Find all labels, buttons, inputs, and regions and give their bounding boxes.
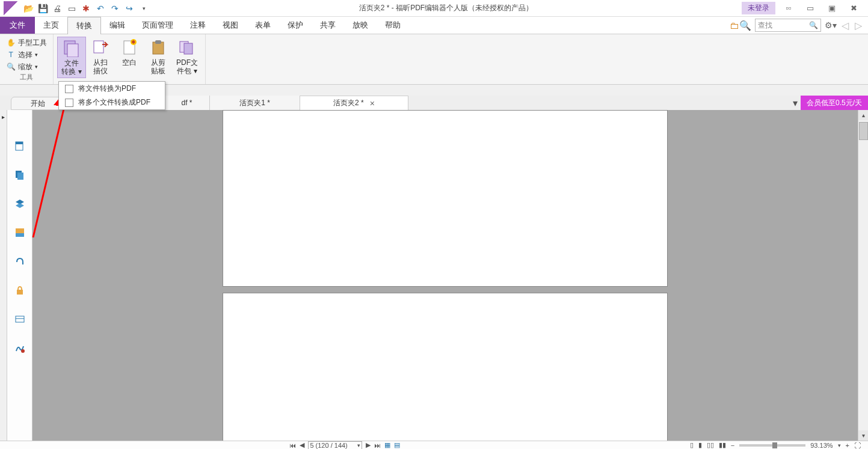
gear-icon[interactable]: ⚙▾ xyxy=(825,20,837,30)
zoom-level: 93.13% xyxy=(810,442,833,449)
view-facing-icon[interactable]: ▯▯ xyxy=(707,441,714,449)
select-icon: Ꭲ xyxy=(6,50,16,60)
search-icon[interactable]: 🔍 xyxy=(809,21,818,29)
scroll-up-icon[interactable]: ▴ xyxy=(858,110,868,120)
menu-view[interactable]: 视图 xyxy=(214,17,247,34)
export-icon[interactable]: ↪ xyxy=(123,2,136,15)
svg-rect-16 xyxy=(17,290,23,295)
ribbon-toggle-icon[interactable]: ▫▫ xyxy=(780,2,797,14)
attach-icon[interactable]: ✱ xyxy=(79,2,93,15)
clipboard-icon xyxy=(149,38,168,57)
minimize-icon[interactable]: ▭ xyxy=(802,2,819,14)
zoom-knob[interactable] xyxy=(772,442,777,448)
page-number-input[interactable]: 5 (120 / 144) ▾ xyxy=(308,441,362,450)
pdf-page xyxy=(223,110,668,287)
menu-share[interactable]: 共享 xyxy=(312,17,344,34)
zoom-tool[interactable]: 🔍 缩放 ▾ xyxy=(4,61,49,73)
document-canvas[interactable] xyxy=(32,110,858,441)
from-clipboard-button[interactable]: 从剪 贴板 xyxy=(144,37,173,77)
start-tab[interactable]: 开始 xyxy=(11,97,65,110)
blank-icon: ✱ xyxy=(120,38,139,57)
ribbon: ✋ 手型工具 Ꭲ 选择 ▾ 🔍 缩放 ▾ 工具 文件 转换 ▾ 从扫 描仪 xyxy=(0,34,868,85)
fit-page-icon[interactable]: ⛶ xyxy=(854,442,861,449)
tabs-dropdown-icon[interactable]: ▾ xyxy=(790,97,801,109)
svg-rect-11 xyxy=(16,142,23,144)
convert-file-to-pdf[interactable]: 将文件转换为PDF xyxy=(59,82,165,96)
menu-edit[interactable]: 编辑 xyxy=(101,17,134,34)
from-scanner-button[interactable]: 从扫 描仪 xyxy=(86,37,115,77)
tab-close-icon[interactable]: × xyxy=(370,99,375,108)
redo-icon[interactable]: ↷ xyxy=(108,2,122,15)
tools-group: ✋ 手型工具 Ꭲ 选择 ▾ 🔍 缩放 ▾ 工具 xyxy=(0,34,54,84)
signature-icon[interactable] xyxy=(14,342,26,354)
pages-icon[interactable] xyxy=(14,169,26,181)
view-continuous-icon[interactable]: ▮ xyxy=(698,441,702,449)
doc-tab-binder2[interactable]: 活页夹2 * × xyxy=(300,96,408,110)
reflow-icon[interactable]: ▦ xyxy=(384,441,390,449)
attachments-icon[interactable] xyxy=(14,255,26,267)
prev-page-icon[interactable]: ◀ xyxy=(300,441,304,449)
select-tool[interactable]: Ꭲ 选择 ▾ xyxy=(4,49,49,61)
scroll-thumb[interactable] xyxy=(859,122,868,140)
vertical-scrollbar[interactable]: ▴ ▾ xyxy=(858,110,868,441)
next-page-icon[interactable]: ▶ xyxy=(366,441,371,449)
menu-protect[interactable]: 保护 xyxy=(279,17,312,34)
maximize-icon[interactable]: ▣ xyxy=(823,2,840,14)
zoom-in-icon[interactable]: + xyxy=(846,442,849,449)
security-icon[interactable] xyxy=(14,284,26,296)
view-single-icon[interactable]: ▯ xyxy=(690,441,694,449)
bookmarks-icon[interactable] xyxy=(14,140,26,152)
layers-icon[interactable] xyxy=(14,198,26,210)
zoom-label: 缩放 xyxy=(18,62,32,72)
pdf-package-button[interactable]: PDF文 件包 ▾ xyxy=(173,37,202,77)
file-convert-button[interactable]: 文件 转换 ▾ xyxy=(57,37,86,78)
undo-icon[interactable]: ↶ xyxy=(94,2,107,15)
zoom-out-icon[interactable]: − xyxy=(731,442,734,449)
view-cont-facing-icon[interactable]: ▮▮ xyxy=(719,441,726,449)
open-icon[interactable]: 📂 xyxy=(22,2,35,15)
nav-prev-icon[interactable]: ◁ xyxy=(840,20,850,31)
hand-tool[interactable]: ✋ 手型工具 xyxy=(4,37,49,49)
blank-label: 空白 xyxy=(122,58,137,67)
app-icon xyxy=(4,1,18,16)
create-group: 文件 转换 ▾ 从扫 描仪 ✱ 空白 从剪 贴板 PDF文 件包 ▾ xyxy=(54,34,206,84)
menu-convert[interactable]: 转换 xyxy=(67,17,101,34)
folder-search-icon[interactable]: 🗀🔍 xyxy=(730,20,751,31)
scroll-down-icon[interactable]: ▾ xyxy=(858,430,868,441)
svg-rect-13 xyxy=(17,173,23,180)
zoom-dropdown-icon[interactable]: ▾ xyxy=(838,442,841,448)
file-convert-icon xyxy=(62,38,81,58)
last-page-icon[interactable]: ⏭ xyxy=(374,442,381,449)
menu-form[interactable]: 表单 xyxy=(247,17,279,34)
left-collapse-handle[interactable]: ▸ xyxy=(0,110,7,441)
doc-tab-partial[interactable]: df * xyxy=(164,96,210,110)
menu-home[interactable]: 主页 xyxy=(35,17,67,34)
convert-multiple-to-pdf[interactable]: 将多个文件转换成PDF xyxy=(59,96,165,109)
promo-banner[interactable]: 会员低至0.5元/天 xyxy=(801,96,868,110)
binder2-label: 活页夹2 * xyxy=(333,98,364,108)
doc-tab-binder1[interactable]: 活页夹1 * xyxy=(210,96,300,110)
svg-rect-14 xyxy=(16,228,24,233)
zoom-slider[interactable] xyxy=(739,444,805,447)
menu-play[interactable]: 放映 xyxy=(344,17,377,34)
save-icon[interactable]: 💾 xyxy=(36,2,49,15)
dd-item1-label: 将文件转换为PDF xyxy=(78,84,136,94)
qat-dropdown-icon[interactable]: ▾ xyxy=(137,2,150,15)
blank-button[interactable]: ✱ 空白 xyxy=(115,37,144,68)
comments-icon[interactable] xyxy=(14,227,26,239)
page-dropdown-icon[interactable]: ▾ xyxy=(357,442,360,448)
page-icon[interactable]: ▭ xyxy=(65,2,78,15)
nav-next-icon[interactable]: ▷ xyxy=(854,20,863,31)
menu-page-manage[interactable]: 页面管理 xyxy=(134,17,182,34)
login-button[interactable]: 未登录 xyxy=(742,2,775,14)
fields-icon[interactable] xyxy=(14,313,26,325)
docs-icon xyxy=(65,99,73,107)
menu-annotate[interactable]: 注释 xyxy=(182,17,214,34)
first-page-icon[interactable]: ⏮ xyxy=(289,442,296,449)
close-icon[interactable]: ✖ xyxy=(845,2,862,14)
search-input[interactable]: 查找 🔍 xyxy=(755,19,821,32)
file-menu[interactable]: 文件 xyxy=(0,17,35,34)
print-icon[interactable]: 🖨 xyxy=(51,2,64,15)
menu-help[interactable]: 帮助 xyxy=(377,17,409,34)
reading-icon[interactable]: ▤ xyxy=(394,441,400,449)
